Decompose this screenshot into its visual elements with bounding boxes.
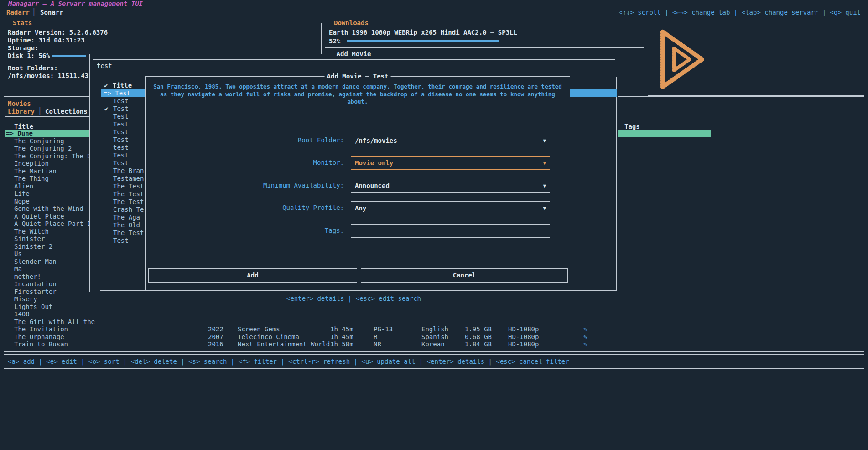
quality-profile-select-value: Any <box>355 202 366 215</box>
movie-title: The Conjuring <box>14 137 64 145</box>
result-title: Crash Te <box>113 206 144 214</box>
movie-runtime: 1h 45m <box>330 333 353 341</box>
movie-runtime: 1h 58m <box>330 340 353 348</box>
movie-title: A Quiet Place <box>14 213 64 220</box>
results-title-column-header: Title <box>113 82 132 89</box>
header-keybind-help: <↑↓> scroll | <←→> change tab | <tab> ch… <box>619 9 861 16</box>
movie-title: Firestarter <box>14 288 57 296</box>
movie-row[interactable]: The Orphanage2007Telecinco Cinema1h 45mR… <box>5 333 711 341</box>
monitored-icon: ✎ <box>583 340 587 348</box>
movie-title: The Invitation <box>14 325 68 333</box>
movie-title: A Quiet Place Part II <box>14 220 95 228</box>
root-folders-heading: Root Folders: <box>8 64 58 72</box>
result-title: The Aga <box>113 214 140 221</box>
movie-title: The Conjuring: The De <box>14 152 95 160</box>
movie-certification: R <box>374 333 377 341</box>
result-title: Test <box>113 136 129 144</box>
results-check-column-header: ✔ <box>104 82 108 89</box>
root-folder-select[interactable]: /nfs/movies▼ <box>351 134 550 147</box>
movie-title: Alien <box>14 183 33 190</box>
result-title: The Test <box>113 183 144 190</box>
tags-input[interactable] <box>351 224 550 238</box>
add-movie-search-box <box>93 59 615 72</box>
movie-size: 1.84 GB <box>465 340 492 348</box>
movie-year: 2022 <box>208 325 223 333</box>
radarr-version: Radarr Version: 5.2.6.8376 <box>8 29 108 36</box>
movie-title: Train to Busan <box>14 340 68 348</box>
minimum-availability-select-label: Minimum Availability: <box>263 182 344 189</box>
footer-bar: <a> add | <e> edit | <o> sort | <del> de… <box>4 354 864 369</box>
disk-usage-label: Disk 1: 56% <box>8 52 50 59</box>
movie-quality: HD-1080p <box>508 325 539 333</box>
movie-quality: HD-1080p <box>508 340 539 348</box>
monitor-select[interactable]: Movie only▼ <box>351 156 550 170</box>
movie-title: Ma <box>14 265 22 273</box>
movie-title: The Conjuring 2 <box>14 145 72 152</box>
tab-sonarr[interactable]: Sonarr <box>40 9 63 16</box>
add-movie-search-input[interactable] <box>93 60 615 72</box>
movie-row[interactable]: 1408 <box>5 310 711 318</box>
monitor-select-value: Movie only <box>355 157 393 169</box>
logo-panel <box>648 23 864 96</box>
movie-size: 1.95 GB <box>465 325 492 333</box>
dropdown-arrow-icon: ▼ <box>543 180 546 193</box>
movie-title: Sinister 2 <box>14 243 52 251</box>
result-title: Test <box>113 159 129 167</box>
cancel-button[interactable]: Cancel <box>361 268 568 283</box>
quality-profile-select[interactable]: Any▼ <box>351 201 550 215</box>
add-movie-popup-title: Add Movie — Test <box>325 73 391 80</box>
app-title: Managarr — A Servarr management TUI <box>5 0 146 7</box>
modal-keybind-help: <enter> details | <esc> edit search <box>89 295 618 302</box>
movie-title: Inception <box>14 160 49 167</box>
result-title: Test <box>113 113 129 120</box>
root-folder-select-value: /nfs/movies <box>355 134 397 147</box>
tags-input-label: Tags: <box>325 227 344 234</box>
movie-title: The Thing <box>14 175 49 183</box>
movie-title: Us <box>14 250 22 258</box>
movie-language: Spanish <box>421 333 448 341</box>
movie-title: Nope <box>14 198 30 205</box>
disk-usage-fill <box>52 55 86 57</box>
movie-title: Misery <box>14 295 37 303</box>
movie-certification: NR <box>374 340 381 348</box>
movie-runtime: 1h 45m <box>330 325 353 333</box>
movie-title: Sinister <box>14 235 45 243</box>
managarr-app: Managarr — A Servarr management TUI Rada… <box>0 0 868 450</box>
movie-title: => Dune <box>6 130 33 137</box>
dropdown-arrow-icon: ▼ <box>543 135 546 147</box>
tab-radarr[interactable]: Radarr <box>6 9 30 16</box>
uptime: Uptime: 31d 04:31:23 <box>8 37 85 44</box>
movie-certification: PG-13 <box>374 325 393 333</box>
monitor-select-label: Monitor: <box>313 159 344 166</box>
movie-row[interactable]: Lights Out <box>5 303 711 311</box>
result-title: The Test <box>113 198 144 206</box>
monitored-icon: ✎ <box>583 325 587 333</box>
footer-keybind-help: <a> add | <e> edit | <o> sort | <del> de… <box>8 358 569 365</box>
add-movie-popup: Add Movie — Test San Francisco, 1985. Tw… <box>145 76 570 291</box>
movie-row[interactable]: The Invitation2022Screen Gems1h 45mPG-13… <box>5 325 711 333</box>
managarr-logo <box>655 26 709 92</box>
add-button[interactable]: Add <box>148 268 357 283</box>
stats-panel-title: Stats <box>10 19 34 26</box>
dropdown-arrow-icon: ▼ <box>543 202 546 215</box>
result-title: Test <box>113 152 129 159</box>
root-folder-value: /nfs/movies: 11511.43 GB <box>8 72 100 79</box>
movie-language: English <box>421 325 448 333</box>
movie-title: mother! <box>14 273 41 281</box>
result-title: Testamen <box>113 175 144 183</box>
result-title: => Test <box>104 89 130 97</box>
minimum-availability-select[interactable]: Announced▼ <box>351 179 550 193</box>
movie-title: The Girl with All the <box>14 318 95 326</box>
servarr-tab-separator: │ <box>32 8 36 16</box>
movie-title: The Witch <box>14 228 49 235</box>
movie-title: The Orphanage <box>14 333 64 341</box>
movie-overview: San Francisco, 1985. Two opposites attra… <box>150 83 565 106</box>
downloads-panel: Downloads Earth 1998 1080p WEBRip x265 H… <box>325 23 644 48</box>
movie-studio: Screen Gems <box>238 325 280 333</box>
storage-heading: Storage: <box>8 44 38 52</box>
movie-row[interactable]: Train to Busan2016Next Entertainment Wor… <box>5 340 711 348</box>
movie-row[interactable]: The Girl with All the <box>5 318 711 326</box>
movie-title: Lights Out <box>14 303 52 311</box>
movie-title: Incantation <box>14 280 57 288</box>
result-title: Test <box>113 97 129 105</box>
